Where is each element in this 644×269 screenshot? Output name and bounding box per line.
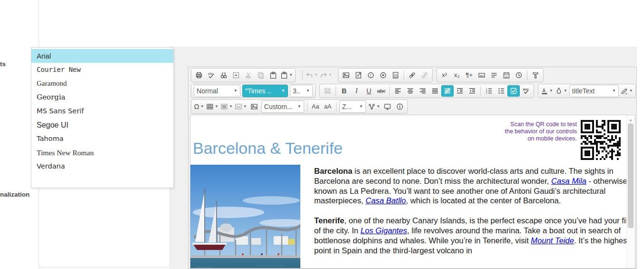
undo-icon [306, 71, 313, 79]
align-justify-button[interactable] [429, 85, 441, 97]
toggle-case-button[interactable]: aA [322, 101, 334, 112]
chevron-down-icon: ▼ [328, 73, 332, 77]
numbered-list-button[interactable] [483, 85, 495, 97]
paragraph: Barcelona is an excellent place to disco… [314, 167, 629, 206]
paragraph-style-dropdown[interactable]: Normal▼ [194, 85, 240, 97]
font-option-tahoma[interactable]: Tahoma [31, 132, 173, 146]
new-paragraph-button-glyph: ¶+ [466, 71, 473, 79]
docattach-icon [355, 71, 362, 79]
css-class-dropdown-label: titleText [572, 87, 594, 95]
preview-button[interactable] [381, 101, 394, 112]
format-painter-button[interactable] [529, 70, 542, 81]
toolbar-separator [307, 102, 307, 111]
chevron-down-icon: ▼ [229, 104, 233, 109]
acronym-button[interactable] [476, 70, 488, 81]
font-option-georgia[interactable]: Georgia [31, 90, 173, 104]
indent-icon [456, 87, 464, 95]
paste-options-button[interactable]: ▼ [279, 70, 294, 81]
about-button[interactable] [394, 101, 406, 112]
outdent-button[interactable] [466, 85, 478, 97]
scroll-up-button[interactable]: ▲ [627, 117, 634, 123]
insert-media-button[interactable] [377, 70, 389, 81]
bullet-list-button[interactable] [495, 85, 507, 97]
toolbar-separator [404, 70, 404, 80]
xhtml-validator-button[interactable] [520, 85, 532, 97]
insert-symbol-button-glyph: Ω [194, 102, 199, 110]
doc-link[interactable]: Mount Teide [531, 236, 574, 245]
subscript-button-glyph: x₂ [454, 71, 460, 79]
font-option-garamond[interactable]: Garamond [31, 77, 173, 90]
font-option-verdana[interactable]: Verdana [31, 159, 173, 173]
subscript-button[interactable]: x₂ [451, 70, 463, 81]
italic-button[interactable]: I [350, 85, 363, 97]
fontcolor-icon [541, 87, 548, 95]
scroll-thumb[interactable] [628, 123, 634, 228]
copy-button [255, 70, 267, 81]
paste-button[interactable] [267, 70, 279, 81]
foreground-color-button[interactable]: ▼ [540, 85, 554, 97]
css-class-dropdown[interactable]: titleText▼ [569, 85, 619, 97]
editor-content-area[interactable]: Scan the QR code to test the behavior of… [190, 115, 635, 269]
accessibility-checker-button[interactable] [507, 85, 520, 97]
module-manager-button[interactable]: ▼ [367, 101, 381, 112]
al-icon [394, 87, 402, 95]
insert-table-button[interactable]: ▼ [205, 101, 219, 112]
sentence-case-button[interactable]: Aa [309, 101, 322, 112]
zoom-dropdown[interactable]: Z...▼ [339, 100, 366, 113]
insert-time-button[interactable] [513, 70, 525, 81]
flash-icon [367, 71, 375, 79]
doc-link[interactable]: Los Gigantes [360, 226, 407, 235]
font-name-dropdown[interactable]: "Times ..▼ [242, 85, 288, 97]
image-icon [342, 71, 350, 79]
insert-flash-button[interactable] [365, 70, 377, 81]
strip-formatting-button[interactable]: ▼ [620, 85, 634, 97]
align-center-button[interactable] [404, 85, 416, 97]
find-and-replace-button[interactable] [218, 70, 230, 81]
print-button[interactable] [193, 70, 205, 81]
image-map-button[interactable] [248, 101, 260, 112]
scrollbar-track[interactable]: ▲ [626, 115, 635, 268]
insert-code-snippet-button[interactable]: ▼ [234, 101, 248, 112]
new-paragraph-button[interactable]: ¶+ [463, 70, 476, 81]
indent-button[interactable] [454, 85, 466, 97]
toolbar-group: Normal▼"Times ..▼3..▼ [191, 84, 316, 98]
font-option-ms-sans-serif[interactable]: MS Sans Serif [31, 104, 173, 118]
align-left-button[interactable] [392, 85, 404, 97]
strikethrough-button[interactable]: abc [375, 85, 387, 97]
insert-template-button[interactable] [389, 70, 402, 81]
document-body: Barcelona is an excellent place to disco… [190, 165, 635, 269]
font-option-times-new-roman[interactable]: Times New Roman [31, 146, 173, 159]
bold-button[interactable]: B [338, 85, 350, 97]
chevron-down-icon: ▼ [200, 104, 204, 109]
insert-image-button[interactable] [340, 70, 352, 81]
paragraph: Tenerife, one of the nearby Canary Islan… [314, 216, 629, 256]
info-icon [396, 103, 404, 110]
horizontal-rule-button[interactable] [488, 70, 500, 81]
superscript-button[interactable]: x² [438, 70, 451, 81]
insert-link-button[interactable] [406, 70, 418, 81]
left-panel-footer [39, 267, 169, 269]
custom-links-dropdown[interactable]: Custom...▼ [261, 100, 304, 113]
background-color-button[interactable]: ▼ [554, 85, 568, 97]
insert-document-button[interactable] [352, 70, 365, 81]
font-option-segoe-ui[interactable]: Segoe UI [31, 118, 173, 132]
doc-link[interactable]: Casa Mila [551, 177, 586, 186]
acronym-icon [478, 71, 485, 79]
toolbar-group: ▼▼titleText▼▼ [538, 84, 636, 98]
insert-date-button[interactable] [500, 70, 513, 81]
select-all-button[interactable] [230, 70, 242, 81]
insert-symbol-button[interactable]: Ω▼ [193, 101, 205, 112]
copy-icon [257, 71, 265, 79]
cut-button [242, 70, 255, 81]
justify-none-button[interactable] [441, 85, 454, 97]
doc-link[interactable]: Casa Batllo [366, 196, 406, 205]
underline-button[interactable]: U [363, 85, 375, 97]
page: ts nalization ArialCourier NewGaramondGe… [0, 0, 644, 269]
align-right-button[interactable] [416, 85, 429, 97]
font-option-arial[interactable]: Arial [31, 49, 173, 63]
font-option-courier-new[interactable]: Courier New [31, 63, 173, 77]
font-size-dropdown[interactable]: 3..▼ [290, 85, 313, 97]
table-properties-button[interactable]: ▼ [219, 101, 234, 112]
spellcheck-button[interactable] [205, 70, 218, 81]
imgprops-icon [324, 87, 331, 95]
